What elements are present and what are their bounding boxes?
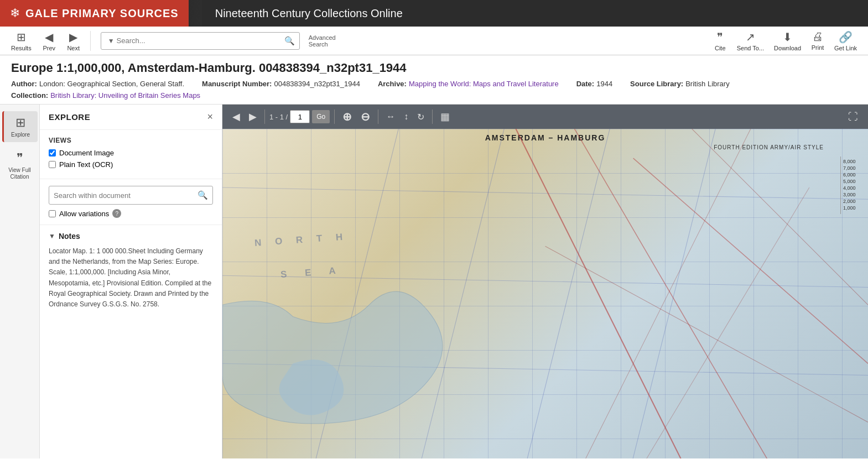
svg-line-11: [545, 246, 869, 422]
toolbar-divider-1: [90, 31, 91, 51]
viewer-next-button[interactable]: ▶: [246, 108, 260, 125]
download-icon: ⬇: [783, 30, 792, 44]
explore-close-button[interactable]: ×: [207, 111, 213, 123]
main-search-input[interactable]: [117, 36, 284, 45]
get-link-icon: 🔗: [839, 30, 853, 44]
archive-link[interactable]: Mapping the World: Maps and Travel Liter…: [409, 80, 559, 88]
zoom-out-button[interactable]: ⊖: [357, 108, 373, 126]
meta-collection: Collection: British Library: Unveiling o…: [11, 91, 200, 100]
viewer-toolbar-divider-4: [432, 109, 433, 124]
explore-panel: EXPLORE × VIEWS Document Image Plain Tex…: [40, 105, 222, 458]
print-icon: 🖨: [812, 30, 823, 43]
download-button[interactable]: ⬇ Download: [770, 28, 805, 54]
notes-chevron-icon: ▼: [49, 232, 55, 240]
svg-line-2: [522, 129, 610, 458]
search-icon: 🔍: [284, 36, 295, 46]
cite-icon: ❞: [717, 30, 723, 44]
view-full-citation-button[interactable]: ❞ View Full Citation: [2, 147, 38, 185]
views-section: VIEWS Document Image Plain Text (OCR): [40, 130, 222, 179]
svg-line-13: [633, 187, 809, 458]
meta-author: Author: London: Geographical Section, Ge…: [11, 80, 184, 88]
search-dropdown-button[interactable]: ▼: [106, 37, 117, 45]
allow-variations-row: Allow variations ?: [49, 209, 213, 218]
send-to-icon: ↗: [746, 30, 755, 44]
gale-logo: ❄ GALE PRIMARY SOURCES: [0, 0, 189, 27]
explore-header: EXPLORE ×: [40, 105, 222, 130]
document-title: Europe 1:1,000,000, Amsterdam-Hamburg. 0…: [11, 61, 857, 75]
meta-archive: Archive: Mapping the World: Maps and Tra…: [378, 80, 559, 88]
fit-height-button[interactable]: ↕: [401, 109, 412, 124]
svg-line-4: [222, 187, 868, 199]
page-nav: 1 - 1 / Go: [269, 110, 330, 123]
document-image-checkbox-row[interactable]: Document Image: [49, 149, 213, 157]
notes-section: ▼ Notes Locator Map. 1: 1 000 000.Sheet …: [40, 225, 222, 316]
svg-line-12: [575, 129, 751, 458]
next-button[interactable]: ▶ Next: [63, 28, 85, 54]
viewer-area: ◀ ▶ 1 - 1 / Go ⊕ ⊖ ↔ ↕ ↻ ▦ ⛶ AMSTERDAM –…: [222, 105, 868, 458]
gale-logo-text: GALE PRIMARY SOURCES: [25, 7, 179, 20]
plain-text-checkbox-row[interactable]: Plain Text (OCR): [49, 160, 213, 169]
fit-width-button[interactable]: ↔: [383, 109, 398, 124]
meta-date: Date: 1944: [576, 80, 612, 88]
svg-line-9: [633, 158, 868, 363]
viewer-prev-button[interactable]: ◀: [229, 108, 243, 125]
search-within-wrapper: 🔍: [49, 186, 213, 205]
svg-line-10: [692, 129, 868, 305]
main-search-wrapper: ▼ 🔍: [101, 32, 300, 50]
svg-line-3: [627, 129, 715, 458]
map-roads-svg: [222, 129, 868, 458]
fullscreen-button[interactable]: ⛶: [845, 109, 861, 125]
rotate-button[interactable]: ↻: [414, 109, 428, 124]
sidebar-icons: ⊞ Explore ❞ View Full Citation: [0, 105, 40, 458]
next-icon: ▶: [69, 30, 77, 44]
advanced-search-link[interactable]: Advanced Search: [309, 34, 336, 48]
results-icon: ⊞: [17, 30, 26, 44]
right-toolbar: ❞ Cite ↗ Send To... ⬇ Download 🖨 Print 🔗…: [709, 28, 861, 54]
collection-link[interactable]: British Library: Unveiling of Britain Se…: [50, 91, 200, 100]
views-label: VIEWS: [49, 137, 213, 144]
explore-icon: ⊞: [15, 116, 25, 130]
cite-button[interactable]: ❞ Cite: [709, 28, 731, 54]
meta-source-library: Source Library: British Library: [630, 80, 730, 88]
scale-bar: 8,000 7,000 6,000 5,000 4,000 3,000 2,00…: [840, 157, 868, 214]
svg-line-1: [416, 129, 504, 458]
citation-icon: ❞: [17, 151, 23, 165]
search-within-section: 🔍 Allow variations ?: [40, 179, 222, 225]
banner-collection-title: Nineteenth Century Collections Online: [189, 0, 868, 27]
plain-text-checkbox[interactable]: [49, 161, 56, 168]
viewer-toolbar-divider-3: [378, 109, 378, 124]
document-image-checkbox[interactable]: [49, 149, 56, 157]
search-within-icon: 🔍: [197, 190, 208, 200]
map-image: AMSTERDAM – HAMBURG FOURTH EDITION ARMY/…: [222, 129, 868, 458]
top-banner: ❄ GALE PRIMARY SOURCES Nineteenth Centur…: [0, 0, 868, 27]
prev-icon: ◀: [45, 30, 53, 44]
svg-line-5: [222, 275, 868, 287]
svg-line-8: [575, 129, 780, 458]
notes-text: Locator Map. 1: 1 000 000.Sheet Includin…: [49, 246, 213, 310]
document-info: Europe 1:1,000,000, Amsterdam-Hamburg. 0…: [0, 55, 868, 105]
viewer-toolbar-divider-2: [334, 109, 335, 124]
allow-variations-checkbox[interactable]: [49, 210, 56, 217]
send-to-button[interactable]: ↗ Send To...: [732, 28, 768, 54]
search-within-input[interactable]: [54, 191, 197, 200]
print-button[interactable]: 🖨 Print: [807, 28, 829, 53]
main-area: ⊞ Explore ❞ View Full Citation EXPLORE ×…: [0, 105, 868, 458]
gallery-view-button[interactable]: ▦: [437, 108, 453, 125]
page-input[interactable]: [290, 110, 310, 123]
prev-button[interactable]: ◀ Prev: [38, 28, 60, 54]
gale-icon: ❄: [10, 6, 20, 20]
go-button[interactable]: Go: [312, 110, 330, 123]
viewer-canvas: AMSTERDAM – HAMBURG FOURTH EDITION ARMY/…: [222, 129, 868, 458]
document-meta: Author: London: Geographical Section, Ge…: [11, 80, 857, 100]
notes-header[interactable]: ▼ Notes: [49, 232, 213, 241]
meta-manuscript: Manuscript Number: 004838394_n32pt31_194…: [202, 80, 360, 88]
viewer-toolbar: ◀ ▶ 1 - 1 / Go ⊕ ⊖ ↔ ↕ ↻ ▦ ⛶: [222, 105, 868, 129]
viewer-toolbar-divider-1: [264, 109, 265, 124]
help-icon[interactable]: ?: [112, 209, 121, 218]
explore-sidebar-button[interactable]: ⊞ Explore: [2, 111, 38, 142]
get-link-button[interactable]: 🔗 Get Link: [830, 28, 861, 54]
results-button[interactable]: ⊞ Results: [7, 28, 36, 54]
zoom-in-button[interactable]: ⊕: [339, 108, 355, 126]
main-toolbar: ⊞ Results ◀ Prev ▶ Next ▼ 🔍 Advanced Sea…: [0, 27, 868, 55]
